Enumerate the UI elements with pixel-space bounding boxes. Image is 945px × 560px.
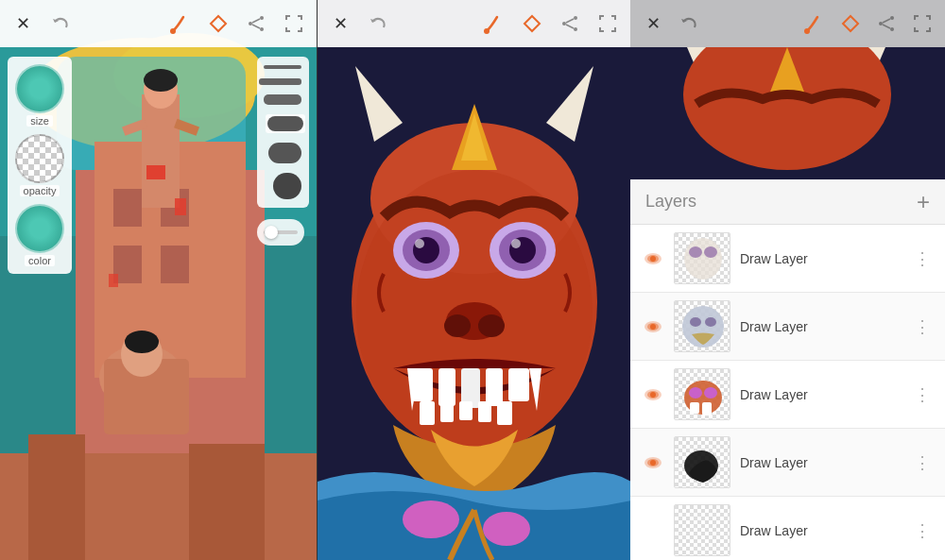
layer-visibility-toggle[interactable] bbox=[642, 451, 664, 474]
svg-line-39 bbox=[566, 25, 574, 28]
svg-marker-34 bbox=[524, 16, 540, 31]
svg-point-87 bbox=[650, 256, 656, 262]
add-layer-button[interactable]: + bbox=[917, 189, 930, 215]
layers-list: Draw Layer ⋮ Draw Layer ⋮ bbox=[630, 225, 945, 560]
svg-point-58 bbox=[478, 314, 505, 337]
panel2-undo-button[interactable] bbox=[367, 12, 389, 35]
brush-size-6[interactable] bbox=[273, 173, 305, 199]
panel3-share-button[interactable] bbox=[875, 12, 898, 35]
svg-rect-22 bbox=[28, 434, 85, 560]
panel3-close-button[interactable]: ✕ bbox=[642, 12, 664, 35]
panel2-toolbar: ✕ bbox=[318, 0, 630, 47]
svg-marker-74 bbox=[843, 16, 858, 31]
close-button[interactable]: ✕ bbox=[11, 12, 34, 35]
svg-point-26 bbox=[170, 28, 176, 34]
brush-size-2[interactable] bbox=[259, 78, 305, 85]
layer-visibility-toggle[interactable] bbox=[642, 247, 664, 270]
brush-size-4[interactable] bbox=[266, 114, 305, 133]
svg-point-93 bbox=[684, 238, 722, 280]
panel3-preview-area: ✕ bbox=[630, 0, 945, 179]
size-circle[interactable] bbox=[15, 64, 64, 113]
brush-slider[interactable] bbox=[257, 219, 304, 246]
brush-size-3[interactable] bbox=[264, 94, 305, 105]
panel2-brush-button[interactable] bbox=[483, 12, 506, 35]
svg-rect-68 bbox=[459, 401, 472, 420]
svg-rect-25 bbox=[109, 274, 118, 287]
svg-point-106 bbox=[705, 317, 716, 327]
svg-line-79 bbox=[883, 25, 890, 28]
svg-point-117 bbox=[704, 387, 717, 399]
layer-info: Draw Layer bbox=[740, 251, 902, 266]
layer-more-button[interactable]: ⋮ bbox=[911, 247, 934, 270]
svg-rect-24 bbox=[175, 198, 186, 215]
panel2-share-button[interactable] bbox=[558, 12, 581, 35]
layer-item[interactable]: Draw Layer ⋮ bbox=[630, 225, 945, 293]
brush-size-panel bbox=[257, 57, 309, 246]
svg-point-71 bbox=[403, 501, 459, 538]
layer-thumbnail bbox=[674, 436, 730, 488]
svg-point-95 bbox=[704, 246, 717, 258]
layers-header: Layers + bbox=[630, 179, 945, 225]
layer-thumbnail bbox=[674, 368, 730, 420]
layer-more-button[interactable]: ⋮ bbox=[911, 315, 934, 338]
layer-name: Draw Layer bbox=[740, 455, 902, 470]
svg-line-31 bbox=[252, 19, 260, 23]
svg-point-51 bbox=[415, 239, 424, 248]
panel2-close-button[interactable]: ✕ bbox=[329, 12, 352, 35]
layers-title: Layers bbox=[645, 192, 696, 212]
svg-point-77 bbox=[890, 27, 894, 31]
brush-size-5[interactable] bbox=[268, 143, 305, 163]
svg-line-78 bbox=[883, 19, 890, 23]
brush-size-1[interactable] bbox=[264, 65, 305, 69]
size-tool[interactable]: size bbox=[15, 64, 64, 127]
opacity-tool[interactable]: opacity bbox=[15, 134, 64, 196]
layer-visibility-toggle[interactable] bbox=[642, 383, 664, 406]
shape-tool-button[interactable] bbox=[207, 12, 230, 35]
panel3-shape-button[interactable] bbox=[839, 12, 862, 35]
panel3-fullscreen-button[interactable] bbox=[911, 12, 934, 35]
layer-item[interactable]: Draw Layer ⋮ bbox=[630, 429, 945, 497]
panel3-brush-button[interactable] bbox=[803, 12, 826, 35]
share-button[interactable] bbox=[245, 12, 267, 35]
layers-panel: Layers + Draw Layer ⋮ bbox=[630, 179, 945, 560]
panel2-shape-button[interactable] bbox=[521, 12, 543, 35]
svg-rect-16 bbox=[146, 165, 165, 179]
layer-item[interactable]: Draw Layer ⋮ bbox=[630, 497, 945, 560]
svg-rect-62 bbox=[486, 368, 503, 406]
layer-visibility-toggle[interactable] bbox=[642, 315, 664, 338]
svg-point-35 bbox=[574, 16, 577, 20]
layer-name: Draw Layer bbox=[740, 523, 902, 538]
layer-more-button[interactable]: ⋮ bbox=[911, 519, 934, 542]
svg-rect-69 bbox=[478, 401, 491, 422]
layer-info: Draw Layer bbox=[740, 523, 902, 538]
fullscreen-button[interactable] bbox=[283, 12, 305, 35]
svg-point-13 bbox=[144, 69, 178, 92]
layer-name: Draw Layer bbox=[740, 387, 902, 402]
layer-name: Draw Layer bbox=[740, 319, 902, 334]
panel2-fullscreen-button[interactable] bbox=[596, 12, 619, 35]
svg-rect-70 bbox=[497, 401, 512, 425]
layer-more-button[interactable]: ⋮ bbox=[911, 383, 934, 406]
svg-rect-11 bbox=[142, 94, 180, 208]
svg-rect-7 bbox=[113, 189, 142, 227]
layer-more-button[interactable]: ⋮ bbox=[911, 451, 934, 474]
color-circle[interactable] bbox=[15, 204, 64, 253]
svg-point-76 bbox=[879, 22, 883, 25]
color-label: color bbox=[25, 255, 55, 266]
layer-item[interactable]: Draw Layer ⋮ bbox=[630, 293, 945, 361]
layer-item[interactable]: Draw Layer ⋮ bbox=[630, 361, 945, 429]
svg-point-75 bbox=[890, 16, 894, 20]
color-tool[interactable]: color bbox=[15, 204, 64, 266]
panel1-toolbar: ✕ bbox=[0, 0, 317, 47]
layer-info: Draw Layer bbox=[740, 455, 902, 470]
brush-tool-button[interactable] bbox=[169, 12, 192, 35]
demon-mask-svg bbox=[318, 47, 630, 560]
undo-button[interactable] bbox=[49, 12, 72, 35]
panel3-undo-button[interactable] bbox=[678, 12, 700, 35]
svg-point-28 bbox=[260, 16, 264, 20]
opacity-circle[interactable] bbox=[15, 134, 64, 183]
panel3-toolbar: ✕ bbox=[630, 0, 945, 47]
svg-point-72 bbox=[483, 512, 530, 546]
svg-point-20 bbox=[125, 331, 159, 353]
svg-point-55 bbox=[511, 239, 521, 248]
